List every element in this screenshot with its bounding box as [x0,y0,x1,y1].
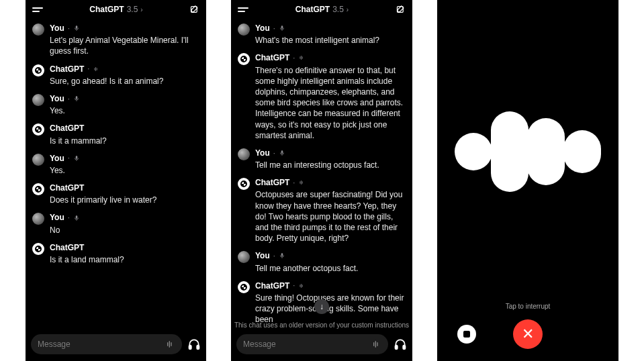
sender-name: ChatGPT [50,183,84,193]
voice-blob [455,133,492,170]
message-row: You·What's the most intelligent animal? [238,23,406,46]
message-input[interactable] [38,340,160,349]
audio-waveform-icon [298,179,305,186]
voice-visualizer[interactable] [437,0,618,303]
menu-icon[interactable] [238,5,248,14]
message-header: ChatGPT· [255,280,406,291]
message-text: What's the most intelligent animal? [255,35,406,46]
message-body: You·Yes. [50,93,199,116]
message-text: Tell me an interesting octopus fact. [255,160,406,170]
model-version: 3.5 [127,5,138,14]
svg-rect-12 [403,346,405,350]
svg-rect-9 [281,150,283,154]
header-title[interactable]: ChatGPT 3.5 › [89,5,142,14]
voice-waveform-icon[interactable] [371,339,381,350]
sender-name: ChatGPT [255,177,289,188]
message-text: Tell me another octopus fact. [255,263,406,274]
message-body: ChatGPTIs it a land mammal? [50,242,199,265]
assistant-avatar [238,281,250,293]
svg-rect-10 [281,254,283,257]
message-header: You· [50,23,199,34]
message-input-bar[interactable] [31,334,182,354]
message-header: You· [255,23,406,34]
message-header: ChatGPT [50,242,199,253]
stop-button[interactable] [457,325,476,344]
voice-waveform-icon[interactable] [165,339,175,350]
sender-name: ChatGPT [255,52,289,63]
brand-name: ChatGPT [295,5,330,14]
message-body: ChatGPT·There's no definitive answer to … [255,52,406,141]
message-input[interactable] [243,340,367,349]
message-body: ChatGPTIs it a mammal? [50,123,199,146]
compose-icon[interactable] [396,5,406,15]
user-avatar [238,148,250,160]
model-version: 3.5 [332,5,344,14]
voice-controls: ✕ [437,323,618,361]
svg-rect-5 [189,346,191,350]
header-title[interactable]: ChatGPT 3.5 › [295,5,349,14]
audio-waveform-icon [93,66,99,72]
menu-icon[interactable] [32,5,43,14]
svg-rect-3 [76,156,78,159]
headphones-icon[interactable] [187,338,201,351]
scroll-to-bottom-button[interactable]: ↓ [314,299,329,314]
close-button[interactable]: ✕ [513,319,543,349]
message-text: Sure, go ahead! Is it an animal? [50,76,199,87]
brand-name: ChatGPT [89,5,124,14]
separator-dot: · [273,148,275,158]
svg-rect-11 [396,346,398,350]
voice-blobs [455,111,601,192]
message-text: Yes. [50,105,199,116]
assistant-avatar [32,123,44,136]
sender-name: You [255,250,270,261]
audio-waveform-icon [298,282,305,289]
compose-icon[interactable] [189,5,199,15]
message-row: You·Tell me an interesting octopus fact. [238,148,406,170]
svg-rect-4 [76,215,78,219]
voice-blob [527,118,565,185]
sender-name: You [50,93,64,104]
message-text: No [50,225,199,236]
assistant-avatar [32,243,44,255]
svg-rect-6 [197,346,199,350]
message-body: ChatGPT·Sure thing! Octopuses are known … [255,280,406,325]
message-text: Does it primarily live in water? [50,195,199,205]
message-text: Let's play Animal Vegetable Mineral. I'l… [50,35,199,56]
message-body: You·Yes. [50,153,199,176]
message-text: There's no definitive answer to that, bu… [255,65,406,141]
header: ChatGPT 3.5 › [231,0,412,17]
sender-name: You [50,23,64,34]
tap-to-interrupt-hint: Tap to interrupt [437,303,618,310]
sender-name: You [255,148,270,158]
custom-instructions-notice: This chat uses an older version of your … [231,321,412,329]
message-body: You·What's the most intelligent animal? [255,23,406,46]
headphones-icon[interactable] [394,338,407,351]
separator-dot: · [68,23,70,34]
message-body: You·Tell me another octopus fact. [255,250,406,273]
message-row: You·Yes. [32,93,199,116]
message-text: Octopuses are super fascinating! Did you… [255,189,406,244]
voice-blob [491,111,528,192]
chevron-right-icon: › [140,6,142,13]
sender-name: ChatGPT [50,64,84,74]
message-row: You·Let's play Animal Vegetable Mineral.… [32,23,199,57]
user-avatar [32,213,44,225]
separator-dot: · [293,280,295,291]
message-text: Is it a land mammal? [50,254,199,265]
message-input-bar[interactable] [236,334,388,354]
svg-rect-1 [76,25,78,29]
header: ChatGPT 3.5 › [26,0,206,17]
user-avatar [32,23,44,36]
message-list[interactable]: You·What's the most intelligent animal?C… [231,17,412,330]
message-row: ChatGPTDoes it primarily live in water? [32,183,199,205]
message-row: ChatGPTIs it a land mammal? [32,242,199,265]
message-list[interactable]: You·Let's play Animal Vegetable Mineral.… [26,17,206,330]
chevron-right-icon: › [347,6,349,13]
sender-name: You [255,23,270,34]
composer [26,330,206,361]
sender-name: ChatGPT [50,242,84,253]
message-body: ChatGPT·Sure, go ahead! Is it an animal? [50,64,199,87]
message-header: ChatGPT· [255,52,406,63]
message-body: You·Let's play Animal Vegetable Mineral.… [50,23,199,57]
message-row: You·No [32,212,199,235]
